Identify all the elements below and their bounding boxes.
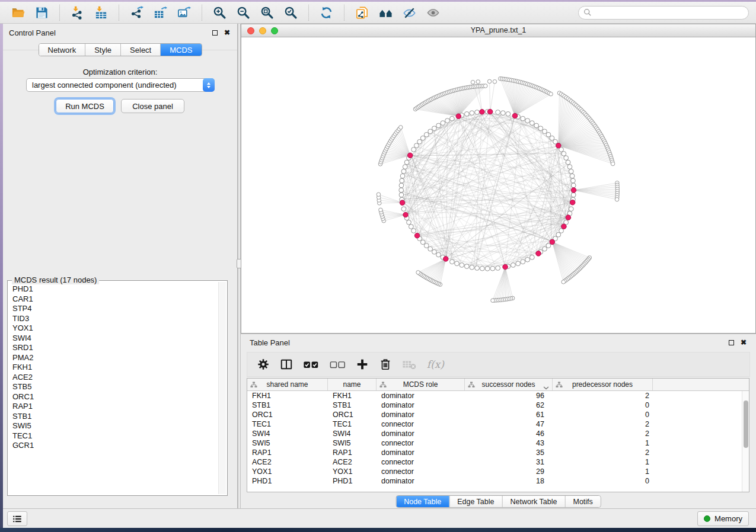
mcds-node[interactable] [556, 143, 561, 148]
mcds-node[interactable] [487, 109, 493, 114]
zoom-fit-button[interactable] [256, 4, 278, 21]
column-header-shared-name[interactable]: shared name [247, 379, 328, 390]
zoom-out-icon [237, 6, 250, 20]
mcds-node[interactable] [562, 224, 567, 229]
mcds-node[interactable] [414, 233, 420, 238]
add-column-button[interactable] [355, 355, 370, 374]
table-cell: RAP1 [247, 448, 328, 457]
mcds-result-item: STP4 [12, 304, 218, 314]
table-scrollbar[interactable] [742, 391, 749, 492]
binoculars-button[interactable] [375, 4, 397, 21]
float-table-panel-icon[interactable] [729, 340, 734, 345]
network-window-titlebar[interactable]: YPA_prune.txt_1 [241, 24, 755, 37]
export-network-button[interactable] [126, 4, 148, 21]
open-file-button[interactable] [7, 4, 29, 21]
export-image-icon [177, 6, 191, 20]
export-table-button[interactable] [149, 4, 171, 21]
duplicate-network-icon [355, 6, 369, 20]
import-table-icon [94, 6, 108, 20]
table-row[interactable]: TEC1TEC1connector472 [247, 419, 749, 429]
table-tab-edge-table[interactable]: Edge Table [449, 496, 502, 507]
memory-button[interactable]: Memory [697, 511, 749, 526]
mcds-node[interactable] [550, 239, 555, 245]
mcds-node[interactable] [571, 188, 576, 193]
close-panel-button[interactable]: Close panel [121, 99, 184, 113]
table-cell: dominator [377, 429, 465, 438]
table-row[interactable]: SWI4SWI4dominator462 [247, 429, 749, 438]
import-table-button[interactable] [90, 4, 112, 21]
deselect-all-button[interactable] [328, 355, 347, 374]
zoom-in-button[interactable] [209, 4, 231, 21]
table-cell: dominator [377, 410, 465, 419]
close-window-icon[interactable] [247, 27, 254, 34]
result-list-scrollbar[interactable] [218, 282, 226, 494]
attribute-tree-icon [556, 382, 563, 388]
select-all-button[interactable] [302, 355, 321, 374]
table-row[interactable]: YOX1YOX1connector291 [247, 467, 749, 476]
import-network-button[interactable] [66, 4, 88, 21]
hide-graphics-details-button[interactable] [398, 4, 420, 21]
maximize-window-icon[interactable] [271, 27, 278, 34]
mcds-node[interactable] [407, 153, 413, 158]
mcds-node[interactable] [480, 109, 485, 114]
memory-label: Memory [714, 514, 742, 523]
table-row[interactable]: SWI5SWI5connector431 [247, 438, 749, 448]
close-panel-icon[interactable]: ✖ [224, 29, 230, 36]
tab-network[interactable]: Network [39, 44, 85, 56]
zoom-selected-button[interactable] [280, 4, 302, 21]
table-tab-network-table[interactable]: Network Table [502, 496, 565, 507]
export-image-button[interactable] [173, 4, 195, 21]
tab-select[interactable]: Select [120, 44, 160, 56]
duplicate-network-button[interactable] [351, 4, 373, 21]
split-columns-button[interactable] [279, 355, 294, 374]
mcds-node[interactable] [536, 251, 541, 257]
search-field[interactable] [578, 6, 749, 20]
optimization-criterion-select[interactable]: largest connected component (undirected) [26, 78, 215, 92]
table-panel-title: Table Panel [250, 338, 290, 347]
delete-column-button[interactable] [378, 355, 393, 374]
zoom-out-button[interactable] [232, 4, 254, 21]
table-scrollbar-thumb[interactable] [744, 400, 748, 448]
table-row[interactable]: STB1STB1dominator620 [247, 400, 749, 410]
table-settings-button[interactable] [256, 355, 271, 374]
mcds-node[interactable] [444, 257, 449, 262]
table-cell: YOX1 [328, 467, 377, 476]
task-history-button[interactable] [7, 511, 27, 526]
table-toolbar: f(x) [247, 352, 750, 377]
save-session-button[interactable] [31, 4, 53, 21]
toolbar-separator [59, 5, 60, 21]
table-row[interactable]: RAP1RAP1dominator352 [247, 448, 749, 457]
mcds-node[interactable] [403, 212, 409, 217]
table-row[interactable]: FKH1FKH1dominator962 [247, 391, 749, 400]
zoom-fit-icon [260, 6, 274, 20]
column-header-mcds-role[interactable]: MCDS role [377, 379, 465, 390]
mcds-node[interactable] [566, 215, 571, 220]
mcds-node[interactable] [570, 200, 575, 205]
column-header-successor-nodes[interactable]: successor nodes [465, 379, 553, 390]
mcds-node[interactable] [456, 114, 461, 119]
table-row[interactable]: ACE2ACE2connector311 [247, 457, 749, 467]
table-tab-motifs[interactable]: Motifs [564, 496, 600, 507]
column-header-predecessor-nodes[interactable]: predecessor nodes [553, 379, 653, 390]
column-header-name[interactable]: name [328, 379, 377, 390]
mcds-node[interactable] [512, 113, 518, 118]
minimize-window-icon[interactable] [259, 27, 266, 34]
float-panel-icon[interactable] [212, 30, 218, 36]
refresh-button[interactable] [315, 4, 337, 21]
table-row[interactable]: ORC1ORC1dominator610 [247, 410, 749, 419]
network-canvas[interactable] [241, 37, 755, 333]
attribute-tree-icon [250, 382, 257, 388]
tab-style[interactable]: Style [85, 44, 120, 56]
table-tab-node-table[interactable]: Node Table [396, 496, 449, 507]
search-input[interactable] [595, 8, 744, 17]
table-cell: STB1 [328, 400, 377, 410]
mcds-node[interactable] [503, 264, 508, 270]
show-graphics-details-button[interactable] [422, 4, 444, 21]
close-table-panel-icon[interactable]: ✖ [741, 339, 747, 346]
table-row[interactable]: PHD1PHD1dominator180 [247, 476, 749, 486]
toolbar-separator [119, 5, 119, 21]
tab-mcds[interactable]: MCDS [160, 44, 201, 56]
run-mcds-button[interactable]: Run MCDS [56, 99, 114, 113]
show-graphics-details-icon [426, 6, 440, 20]
mcds-node[interactable] [400, 200, 405, 206]
